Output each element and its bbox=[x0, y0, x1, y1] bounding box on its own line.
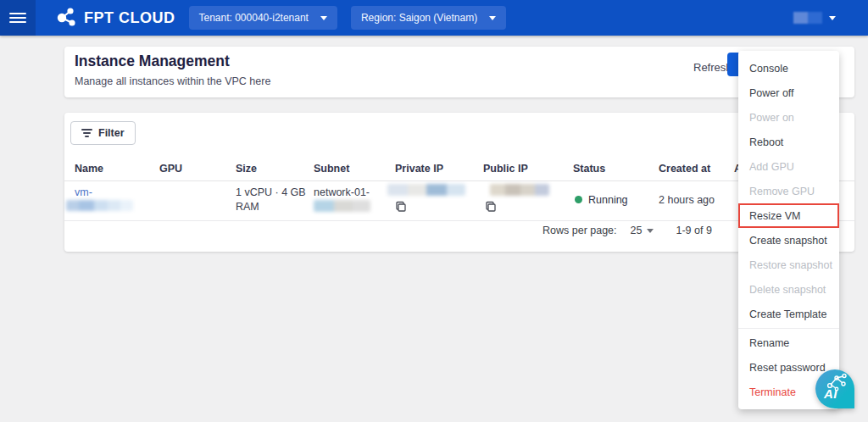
vm-size-line2: RAM bbox=[236, 201, 259, 213]
brand-name: FPT CLOUD bbox=[84, 9, 175, 27]
copy-private-ip-icon[interactable] bbox=[395, 201, 407, 213]
menu-item-power-off[interactable]: Power off bbox=[738, 81, 839, 105]
page-title: Instance Management bbox=[75, 53, 230, 70]
column-header-subnet: Subnet bbox=[314, 163, 349, 175]
menu-item-delete-snapshot: Delete snapshot bbox=[738, 277, 839, 302]
tenant-label: Tenant: 000040-i2tenant bbox=[199, 12, 309, 24]
filter-icon bbox=[81, 127, 92, 139]
filter-button[interactable]: Filter bbox=[70, 121, 136, 145]
vm-subnet: network-01- bbox=[314, 186, 370, 198]
redacted-public-ip bbox=[490, 184, 549, 196]
vm-actions-context-menu: Console Power off Power on Reboot Add GP… bbox=[738, 51, 839, 409]
tenant-selector[interactable]: Tenant: 000040-i2tenant bbox=[189, 6, 337, 30]
column-header-public-ip: Public IP bbox=[483, 163, 528, 175]
column-header-size: Size bbox=[236, 163, 257, 175]
rows-per-page-label: Rows per page: bbox=[542, 225, 617, 236]
menu-item-power-on: Power on bbox=[738, 105, 839, 130]
column-header-gpu: GPU bbox=[159, 163, 182, 175]
instances-table-card: Filter Name GPU Size Subnet Private IP P… bbox=[64, 113, 854, 252]
table-header-divider bbox=[64, 180, 854, 181]
menu-item-create-template[interactable]: Create Template bbox=[738, 302, 839, 326]
vm-size-line1: 1 vCPU · 4 GB bbox=[236, 186, 306, 198]
menu-item-console[interactable]: Console bbox=[738, 56, 839, 81]
redacted-subnet-suffix bbox=[314, 200, 370, 212]
menu-item-reboot[interactable]: Reboot bbox=[738, 130, 839, 154]
pagination-range: 1-9 of 9 bbox=[676, 225, 711, 236]
rows-per-page-select[interactable]: 25 bbox=[631, 225, 654, 236]
hamburger-menu-button[interactable] bbox=[0, 0, 36, 36]
chevron-down-icon bbox=[829, 16, 836, 20]
region-label: Region: Saigon (Vietnam) bbox=[361, 12, 477, 24]
chevron-down-icon bbox=[320, 16, 327, 20]
top-navbar: FPT CLOUD Tenant: 000040-i2tenant Region… bbox=[0, 0, 868, 36]
chevron-down-icon bbox=[647, 229, 654, 233]
redacted-private-ip bbox=[387, 184, 465, 196]
menu-item-add-gpu: Add GPU bbox=[738, 154, 839, 179]
page-header-card: Instance Management Manage all instances… bbox=[64, 47, 854, 97]
ai-assistant-button[interactable]: AI bbox=[815, 369, 854, 408]
status-label: Running bbox=[588, 194, 628, 206]
menu-item-remove-gpu: Remove GPU bbox=[738, 179, 839, 203]
menu-item-restore-snapshot: Restore snapshot bbox=[738, 253, 839, 277]
menu-divider bbox=[738, 328, 839, 329]
app-window: FPT CLOUD Tenant: 000040-i2tenant Region… bbox=[0, 0, 868, 422]
redacted-username bbox=[793, 12, 822, 24]
menu-item-resize-vm[interactable]: Resize VM bbox=[738, 203, 839, 228]
created-at-value: 2 hours ago bbox=[659, 194, 715, 206]
column-header-name: Name bbox=[75, 163, 103, 175]
hamburger-icon bbox=[9, 10, 26, 25]
column-header-private-ip: Private IP bbox=[395, 163, 443, 175]
column-header-status: Status bbox=[573, 163, 605, 175]
menu-item-rename[interactable]: Rename bbox=[738, 330, 839, 355]
brand-logo: FPT CLOUD bbox=[54, 6, 175, 30]
filter-button-label: Filter bbox=[98, 127, 125, 139]
user-account-menu[interactable] bbox=[793, 12, 836, 24]
region-selector[interactable]: Region: Saigon (Vietnam) bbox=[351, 6, 506, 30]
pagination-bar: Rows per page: 25 1-9 of 9 bbox=[542, 225, 712, 236]
copy-public-ip-icon[interactable] bbox=[485, 201, 497, 213]
column-header-created-at: Created at bbox=[659, 163, 710, 175]
redacted-vm-name bbox=[66, 200, 133, 211]
vm-name-link[interactable]: vm- bbox=[75, 186, 92, 198]
ai-button-label: AI bbox=[824, 386, 837, 401]
fpt-molecule-icon bbox=[54, 6, 78, 30]
status-running-dot bbox=[575, 196, 582, 203]
page-subtitle: Manage all instances within the VPC here bbox=[75, 75, 270, 87]
menu-item-create-snapshot[interactable]: Create snapshot bbox=[738, 228, 839, 253]
chevron-down-icon bbox=[489, 16, 496, 20]
table-row-divider bbox=[64, 220, 854, 221]
